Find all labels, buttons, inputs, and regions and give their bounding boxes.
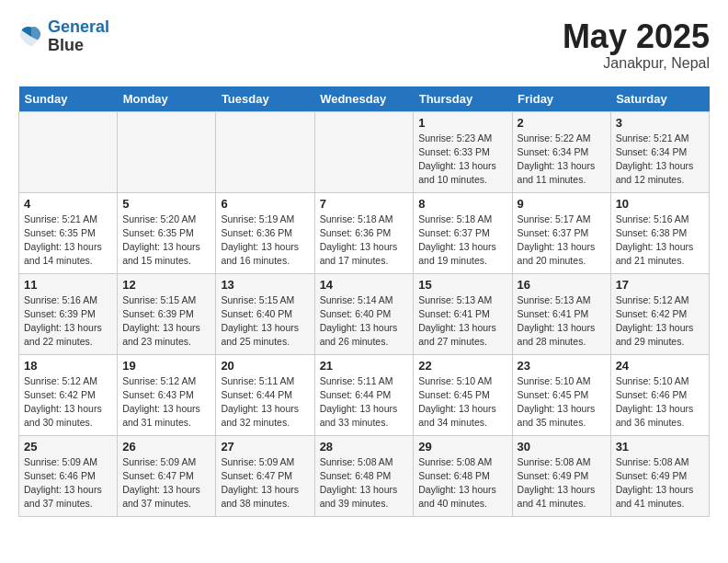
day-info: Sunrise: 5:18 AM Sunset: 6:37 PM Dayligh… (418, 213, 506, 269)
day-number: 7 (320, 197, 409, 211)
calendar-cell: 23Sunrise: 5:10 AM Sunset: 6:45 PM Dayli… (512, 354, 610, 435)
day-info: Sunrise: 5:08 AM Sunset: 6:48 PM Dayligh… (418, 455, 506, 511)
calendar-cell: 16Sunrise: 5:13 AM Sunset: 6:41 PM Dayli… (512, 273, 610, 354)
weekday-header-wednesday: Wednesday (314, 86, 414, 112)
day-number: 11 (24, 278, 112, 292)
week-row-4: 18Sunrise: 5:12 AM Sunset: 6:42 PM Dayli… (19, 354, 710, 435)
calendar-cell: 14Sunrise: 5:14 AM Sunset: 6:40 PM Dayli… (314, 273, 414, 354)
logo-icon (18, 24, 44, 50)
day-info: Sunrise: 5:13 AM Sunset: 6:41 PM Dayligh… (518, 293, 606, 350)
day-info: Sunrise: 5:16 AM Sunset: 6:39 PM Dayligh… (24, 293, 112, 350)
day-info: Sunrise: 5:08 AM Sunset: 6:49 PM Dayligh… (616, 455, 704, 511)
day-info: Sunrise: 5:09 AM Sunset: 6:47 PM Dayligh… (221, 455, 309, 511)
day-info: Sunrise: 5:18 AM Sunset: 6:36 PM Dayligh… (320, 213, 409, 269)
logo: General Blue (18, 18, 109, 55)
day-number: 21 (320, 359, 409, 373)
calendar-cell: 6Sunrise: 5:19 AM Sunset: 6:36 PM Daylig… (216, 192, 314, 273)
day-info: Sunrise: 5:08 AM Sunset: 6:48 PM Dayligh… (320, 455, 409, 511)
day-info: Sunrise: 5:19 AM Sunset: 6:36 PM Dayligh… (221, 213, 309, 269)
calendar-cell: 22Sunrise: 5:10 AM Sunset: 6:45 PM Dayli… (414, 354, 512, 435)
day-info: Sunrise: 5:08 AM Sunset: 6:49 PM Dayligh… (518, 455, 606, 511)
day-number: 26 (122, 440, 210, 454)
day-number: 29 (418, 440, 506, 454)
calendar-cell: 2Sunrise: 5:22 AM Sunset: 6:34 PM Daylig… (512, 111, 610, 192)
day-number: 8 (418, 197, 506, 211)
day-number: 19 (122, 359, 210, 373)
weekday-header-friday: Friday (512, 86, 610, 112)
week-row-2: 4Sunrise: 5:21 AM Sunset: 6:35 PM Daylig… (19, 192, 710, 273)
calendar-cell: 29Sunrise: 5:08 AM Sunset: 6:48 PM Dayli… (414, 435, 512, 516)
calendar-cell (314, 111, 414, 192)
day-info: Sunrise: 5:10 AM Sunset: 6:45 PM Dayligh… (518, 374, 606, 431)
day-info: Sunrise: 5:09 AM Sunset: 6:47 PM Dayligh… (122, 455, 210, 511)
calendar-cell (19, 111, 118, 192)
day-number: 17 (616, 278, 704, 292)
calendar-cell: 31Sunrise: 5:08 AM Sunset: 6:49 PM Dayli… (610, 435, 709, 516)
day-number: 6 (221, 197, 309, 211)
calendar-cell: 19Sunrise: 5:12 AM Sunset: 6:43 PM Dayli… (118, 354, 216, 435)
day-number: 18 (24, 359, 112, 373)
calendar-cell: 26Sunrise: 5:09 AM Sunset: 6:47 PM Dayli… (118, 435, 216, 516)
weekday-header-monday: Monday (118, 86, 216, 112)
calendar-cell: 9Sunrise: 5:17 AM Sunset: 6:37 PM Daylig… (512, 192, 610, 273)
day-info: Sunrise: 5:14 AM Sunset: 6:40 PM Dayligh… (320, 293, 409, 350)
day-info: Sunrise: 5:12 AM Sunset: 6:42 PM Dayligh… (616, 293, 704, 350)
day-info: Sunrise: 5:16 AM Sunset: 6:38 PM Dayligh… (616, 213, 704, 269)
calendar-cell: 28Sunrise: 5:08 AM Sunset: 6:48 PM Dayli… (314, 435, 414, 516)
weekday-header-sunday: Sunday (19, 86, 118, 112)
calendar-cell: 21Sunrise: 5:11 AM Sunset: 6:44 PM Dayli… (314, 354, 414, 435)
day-number: 31 (616, 440, 704, 454)
week-row-1: 1Sunrise: 5:23 AM Sunset: 6:33 PM Daylig… (19, 111, 710, 192)
weekday-header-row: SundayMondayTuesdayWednesdayThursdayFrid… (19, 86, 710, 112)
calendar-cell (216, 111, 314, 192)
calendar-cell: 12Sunrise: 5:15 AM Sunset: 6:39 PM Dayli… (118, 273, 216, 354)
calendar-cell (118, 111, 216, 192)
day-info: Sunrise: 5:23 AM Sunset: 6:33 PM Dayligh… (418, 132, 506, 188)
calendar-cell: 3Sunrise: 5:21 AM Sunset: 6:34 PM Daylig… (610, 111, 709, 192)
day-number: 9 (518, 197, 606, 211)
day-info: Sunrise: 5:20 AM Sunset: 6:35 PM Dayligh… (122, 213, 210, 269)
day-info: Sunrise: 5:12 AM Sunset: 6:43 PM Dayligh… (122, 374, 210, 431)
calendar-cell: 18Sunrise: 5:12 AM Sunset: 6:42 PM Dayli… (19, 354, 118, 435)
logo-text: General Blue (48, 18, 109, 55)
page-header: General Blue May 2025 Janakpur, Nepal (18, 18, 710, 72)
calendar-cell: 30Sunrise: 5:08 AM Sunset: 6:49 PM Dayli… (512, 435, 610, 516)
day-info: Sunrise: 5:17 AM Sunset: 6:37 PM Dayligh… (518, 213, 606, 269)
day-number: 16 (518, 278, 606, 292)
day-number: 24 (616, 359, 704, 373)
day-info: Sunrise: 5:13 AM Sunset: 6:41 PM Dayligh… (418, 293, 506, 350)
day-number: 20 (221, 359, 309, 373)
day-number: 23 (518, 359, 606, 373)
calendar-cell: 13Sunrise: 5:15 AM Sunset: 6:40 PM Dayli… (216, 273, 314, 354)
calendar-cell: 8Sunrise: 5:18 AM Sunset: 6:37 PM Daylig… (414, 192, 512, 273)
weekday-header-saturday: Saturday (610, 86, 709, 112)
day-number: 15 (418, 278, 506, 292)
calendar-cell: 27Sunrise: 5:09 AM Sunset: 6:47 PM Dayli… (216, 435, 314, 516)
day-number: 14 (320, 278, 409, 292)
calendar-cell: 5Sunrise: 5:20 AM Sunset: 6:35 PM Daylig… (118, 192, 216, 273)
day-info: Sunrise: 5:22 AM Sunset: 6:34 PM Dayligh… (518, 132, 606, 188)
day-number: 10 (616, 197, 704, 211)
day-number: 12 (122, 278, 210, 292)
calendar-cell: 4Sunrise: 5:21 AM Sunset: 6:35 PM Daylig… (19, 192, 118, 273)
calendar-cell: 11Sunrise: 5:16 AM Sunset: 6:39 PM Dayli… (19, 273, 118, 354)
day-number: 2 (518, 116, 606, 130)
day-number: 1 (418, 116, 506, 130)
weekday-header-thursday: Thursday (414, 86, 512, 112)
logo-line2: Blue (48, 37, 109, 55)
calendar-cell: 10Sunrise: 5:16 AM Sunset: 6:38 PM Dayli… (610, 192, 709, 273)
day-number: 27 (221, 440, 309, 454)
calendar-cell: 7Sunrise: 5:18 AM Sunset: 6:36 PM Daylig… (314, 192, 414, 273)
day-info: Sunrise: 5:21 AM Sunset: 6:34 PM Dayligh… (616, 132, 704, 188)
day-number: 4 (24, 197, 112, 211)
week-row-3: 11Sunrise: 5:16 AM Sunset: 6:39 PM Dayli… (19, 273, 710, 354)
day-info: Sunrise: 5:11 AM Sunset: 6:44 PM Dayligh… (320, 374, 409, 431)
location: Janakpur, Nepal (563, 55, 710, 72)
day-info: Sunrise: 5:12 AM Sunset: 6:42 PM Dayligh… (24, 374, 112, 431)
day-info: Sunrise: 5:21 AM Sunset: 6:35 PM Dayligh… (24, 213, 112, 269)
day-number: 5 (122, 197, 210, 211)
day-number: 13 (221, 278, 309, 292)
day-info: Sunrise: 5:15 AM Sunset: 6:40 PM Dayligh… (221, 293, 309, 350)
day-number: 28 (320, 440, 409, 454)
day-info: Sunrise: 5:10 AM Sunset: 6:46 PM Dayligh… (616, 374, 704, 431)
